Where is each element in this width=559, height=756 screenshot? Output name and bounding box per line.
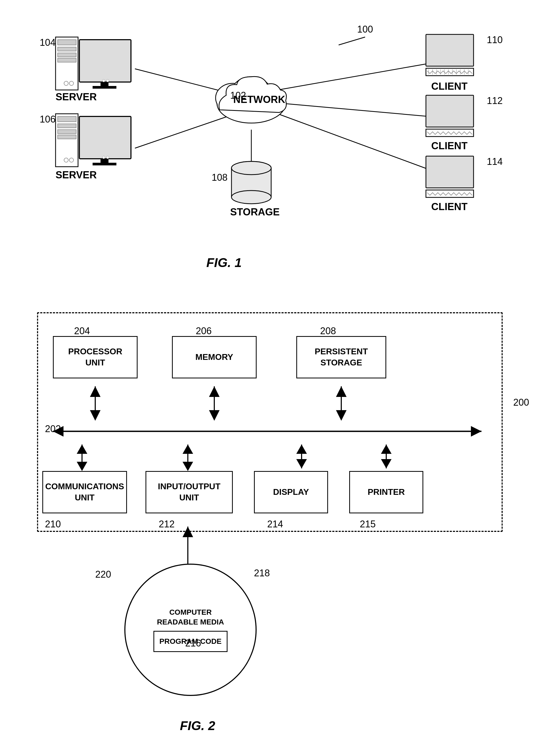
ref-114-label: 114 bbox=[487, 156, 502, 167]
svg-rect-22 bbox=[58, 130, 76, 134]
ref-204-label: 204 bbox=[74, 326, 90, 337]
page: 100 104 bbox=[0, 0, 559, 756]
ref-212-label: 212 bbox=[159, 519, 175, 530]
communications-unit-box: COMMUNICATIONSUNIT bbox=[42, 471, 127, 513]
display-box: DISPLAY bbox=[254, 471, 328, 513]
svg-rect-60 bbox=[426, 156, 473, 188]
fig2-label: FIG. 2 bbox=[180, 718, 215, 733]
svg-rect-10 bbox=[58, 53, 76, 57]
svg-point-29 bbox=[103, 156, 105, 159]
ref-100-label: 100 bbox=[357, 24, 373, 35]
svg-rect-21 bbox=[58, 124, 76, 128]
svg-rect-27 bbox=[100, 159, 109, 163]
server1-icon bbox=[53, 32, 135, 96]
svg-point-12 bbox=[64, 81, 68, 86]
svg-point-13 bbox=[69, 81, 73, 86]
svg-rect-16 bbox=[93, 86, 116, 89]
ref-110-label: 110 bbox=[487, 35, 502, 45]
ref-214-label: 214 bbox=[267, 519, 283, 530]
svg-line-6 bbox=[339, 37, 365, 45]
client2-label: CLIENT bbox=[431, 140, 467, 152]
ref-200-label: 200 bbox=[513, 397, 529, 408]
svg-line-5 bbox=[278, 114, 429, 169]
memory-box: MEMORY bbox=[172, 336, 256, 378]
ref-215-label: 215 bbox=[360, 519, 376, 530]
svg-rect-23 bbox=[58, 135, 76, 139]
svg-rect-9 bbox=[58, 47, 76, 51]
svg-rect-8 bbox=[58, 40, 76, 45]
ref-220-label: 220 bbox=[95, 569, 111, 580]
svg-rect-28 bbox=[93, 163, 116, 165]
client3-label: CLIENT bbox=[431, 201, 467, 213]
svg-line-4 bbox=[281, 103, 429, 116]
svg-rect-15 bbox=[100, 82, 109, 86]
svg-point-43 bbox=[231, 191, 271, 204]
ref-108-label: 108 bbox=[211, 172, 227, 183]
svg-point-18 bbox=[106, 80, 109, 82]
computer-readable-media-circle: COMPUTERREADABLE MEDIA PROGRAM CODE bbox=[124, 564, 256, 696]
processor-unit-box: PROCESSORUNIT bbox=[53, 336, 138, 378]
ref-112-label: 112 bbox=[487, 95, 502, 106]
ref-104-label: 104 bbox=[40, 37, 55, 48]
svg-point-24 bbox=[64, 158, 68, 162]
svg-rect-58 bbox=[426, 95, 473, 127]
ref-208-label: 208 bbox=[320, 326, 336, 337]
svg-rect-45 bbox=[426, 35, 473, 66]
ref-210-label: 210 bbox=[45, 519, 61, 530]
network-label: NETWORK bbox=[225, 94, 294, 105]
printer-label: PRINTER bbox=[368, 487, 405, 498]
readable-media-text: COMPUTERREADABLE MEDIA bbox=[152, 607, 229, 627]
svg-point-44 bbox=[231, 161, 271, 175]
persistent-storage-label: PERSISTENTSTORAGE bbox=[315, 346, 368, 368]
client3-icon bbox=[423, 154, 484, 202]
ref-106-label: 106 bbox=[40, 114, 55, 125]
server1-label: SERVER bbox=[55, 91, 97, 103]
io-unit-box: INPUT/OUTPUTUNIT bbox=[146, 471, 233, 513]
fig1-label: FIG. 1 bbox=[206, 255, 242, 270]
printer-box: PRINTER bbox=[349, 471, 423, 513]
processor-unit-label: PROCESSORUNIT bbox=[68, 346, 122, 368]
client2-icon bbox=[423, 93, 484, 141]
svg-point-30 bbox=[106, 156, 109, 159]
client1-icon bbox=[423, 32, 484, 81]
io-unit-label: INPUT/OUTPUTUNIT bbox=[158, 481, 220, 503]
svg-rect-11 bbox=[58, 58, 76, 62]
ref-206-label: 206 bbox=[196, 326, 211, 337]
server2-icon bbox=[53, 109, 135, 173]
memory-label: MEMORY bbox=[196, 352, 233, 363]
storage-cylinder bbox=[227, 159, 275, 207]
persistent-storage-box: PERSISTENTSTORAGE bbox=[296, 336, 386, 378]
svg-rect-14 bbox=[80, 40, 131, 82]
fig1-container: 100 104 bbox=[21, 16, 550, 275]
svg-point-17 bbox=[103, 80, 105, 82]
ref-218-label: 218 bbox=[254, 568, 270, 579]
svg-line-3 bbox=[278, 64, 429, 90]
svg-point-25 bbox=[69, 158, 73, 162]
display-label: DISPLAY bbox=[273, 487, 309, 498]
storage-label: STORAGE bbox=[230, 206, 280, 218]
server2-label: SERVER bbox=[55, 169, 97, 181]
communications-unit-label: COMMUNICATIONSUNIT bbox=[45, 481, 124, 503]
fig2-container: 200 bbox=[21, 296, 550, 741]
ref-216-label: 216 bbox=[185, 638, 201, 649]
svg-rect-26 bbox=[80, 116, 131, 159]
ref-202-label: 202 bbox=[45, 423, 61, 435]
client1-label: CLIENT bbox=[431, 81, 467, 92]
svg-rect-20 bbox=[58, 116, 76, 122]
